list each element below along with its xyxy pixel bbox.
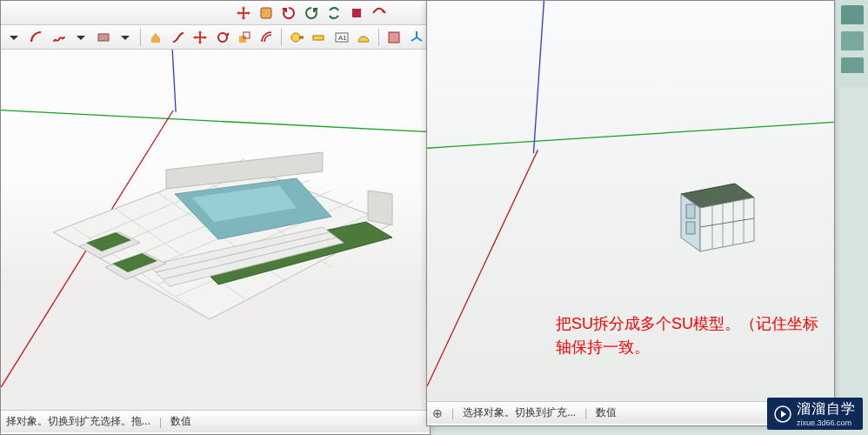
svg-text:A1: A1 (338, 34, 347, 42)
separator: | (159, 416, 162, 428)
viewport-right[interactable]: 把SU拆分成多个SU模型。（记住坐标 轴保持一致。 (427, 1, 834, 401)
text-icon[interactable]: A1 (332, 27, 352, 47)
toolbar-row-2: A1 (1, 25, 430, 50)
move-icon[interactable] (233, 3, 253, 23)
model-building (662, 175, 766, 262)
move-icon[interactable] (190, 27, 210, 47)
svg-rect-1 (352, 9, 361, 17)
sketchup-window-left: A1 (0, 0, 431, 435)
svg-marker-37 (368, 191, 392, 225)
dimension-icon[interactable] (310, 27, 330, 47)
axes-overlay (427, 1, 834, 399)
svg-point-6 (291, 33, 300, 42)
arc-icon[interactable] (27, 27, 47, 47)
svg-line-40 (427, 150, 537, 386)
axes-icon[interactable] (406, 27, 426, 47)
svg-line-39 (533, 1, 544, 153)
separator (140, 29, 142, 46)
svg-rect-0 (261, 8, 271, 18)
status-value-label: 数值 (596, 405, 617, 420)
svg-rect-44 (686, 204, 695, 218)
side-panel-tab-1[interactable] (841, 5, 864, 24)
freehand-icon[interactable] (49, 27, 69, 47)
status-hint: 选择对象。切换到扩充... (463, 405, 576, 420)
pushpull-icon[interactable] (146, 27, 166, 47)
dropdown-icon[interactable] (116, 27, 136, 47)
pan-icon[interactable] (346, 3, 366, 23)
select-icon[interactable] (256, 3, 276, 23)
dropdown-icon[interactable] (4, 27, 24, 47)
scale-icon[interactable] (235, 27, 255, 47)
status-value-label: 数值 (170, 414, 191, 429)
viewport-left[interactable] (1, 50, 430, 410)
dropdown-icon[interactable] (71, 27, 91, 47)
svg-point-3 (218, 33, 227, 42)
sketchup-window-right: 把SU拆分成多个SU模型。（记住坐标 轴保持一致。 ⊕ | 选择对象。切换到扩充… (426, 0, 835, 426)
side-panel-tab-2[interactable] (841, 31, 864, 50)
svg-line-12 (172, 50, 176, 112)
walk-icon[interactable] (369, 3, 389, 23)
watermark-url: zixue.3d66.com (797, 418, 856, 427)
watermark-badge: 溜溜自学 zixue.3d66.com (767, 398, 863, 430)
svg-rect-2 (98, 34, 109, 41)
section-icon[interactable] (384, 27, 404, 47)
statusbar-left: 择对象。切换到扩充选择。拖... | 数值 (1, 410, 430, 432)
rectangle-icon[interactable] (93, 27, 113, 47)
svg-rect-4 (239, 36, 246, 43)
protractor-icon[interactable] (354, 27, 374, 47)
tape-icon[interactable] (287, 27, 307, 47)
rotate-icon[interactable] (212, 27, 232, 47)
follow-icon[interactable] (168, 27, 188, 47)
select-tool-icon[interactable]: ⊕ (432, 406, 443, 420)
side-panel-tab-3[interactable] (841, 57, 864, 73)
model-site-plan (18, 110, 418, 354)
svg-line-38 (427, 122, 834, 148)
separator: | (584, 407, 587, 419)
rotate-cw-icon[interactable] (278, 3, 298, 23)
svg-rect-45 (686, 222, 695, 234)
rotate-ccw-icon[interactable] (301, 3, 321, 23)
orbit-icon[interactable] (324, 3, 344, 23)
svg-rect-7 (313, 36, 324, 40)
status-hint: 择对象。切换到扩充选择。拖... (6, 414, 150, 429)
toolbar-row-1 (1, 1, 430, 25)
svg-rect-10 (389, 32, 399, 43)
separator (378, 29, 380, 46)
separator: | (451, 407, 454, 419)
play-icon (774, 405, 791, 423)
side-panel-strip (837, 0, 868, 87)
offset-icon[interactable] (257, 27, 277, 47)
watermark-brand: 溜溜自学 (797, 401, 856, 416)
separator (281, 29, 283, 46)
